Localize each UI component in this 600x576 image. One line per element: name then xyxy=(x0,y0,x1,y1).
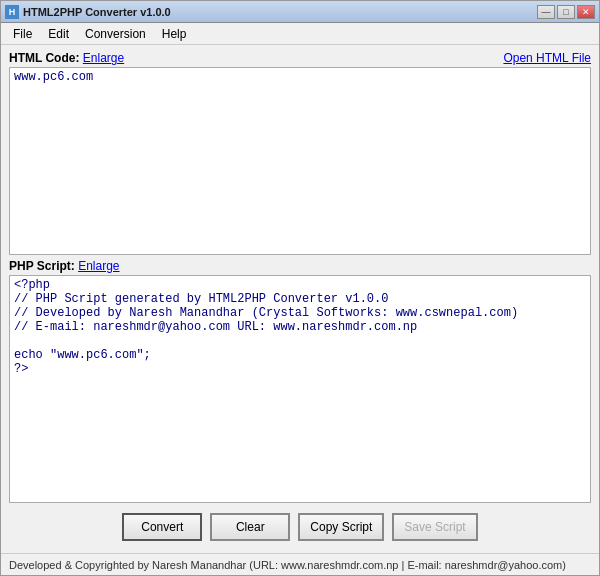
button-row: Convert Clear Copy Script Save Script xyxy=(9,507,591,547)
menu-file[interactable]: File xyxy=(5,25,40,43)
close-button[interactable]: ✕ xyxy=(577,5,595,19)
html-label-group: HTML Code: Enlarge xyxy=(9,51,124,65)
window-title: HTML2PHP Converter v1.0.0 xyxy=(23,6,171,18)
status-bar: Developed & Copyrighted by Naresh Manand… xyxy=(1,553,599,575)
clear-button[interactable]: Clear xyxy=(210,513,290,541)
php-script-textarea[interactable] xyxy=(9,275,591,503)
minimize-button[interactable]: — xyxy=(537,5,555,19)
main-content: HTML Code: Enlarge Open HTML File PHP Sc… xyxy=(1,45,599,553)
open-html-link[interactable]: Open HTML File xyxy=(503,51,591,65)
html-enlarge-link[interactable]: Enlarge xyxy=(83,51,124,65)
php-enlarge-link[interactable]: Enlarge xyxy=(78,259,119,273)
copy-script-button[interactable]: Copy Script xyxy=(298,513,384,541)
html-code-label: HTML Code: xyxy=(9,51,79,65)
save-script-button[interactable]: Save Script xyxy=(392,513,477,541)
main-window: H HTML2PHP Converter v1.0.0 — □ ✕ File E… xyxy=(0,0,600,576)
html-header: HTML Code: Enlarge Open HTML File xyxy=(9,51,591,65)
status-text: Developed & Copyrighted by Naresh Manand… xyxy=(9,559,566,571)
title-bar-left: H HTML2PHP Converter v1.0.0 xyxy=(5,5,171,19)
html-section: HTML Code: Enlarge Open HTML File xyxy=(9,51,591,255)
title-bar: H HTML2PHP Converter v1.0.0 — □ ✕ xyxy=(1,1,599,23)
php-label-group: PHP Script: Enlarge xyxy=(9,259,120,273)
menu-bar: File Edit Conversion Help xyxy=(1,23,599,45)
convert-button[interactable]: Convert xyxy=(122,513,202,541)
window-controls: — □ ✕ xyxy=(537,5,595,19)
menu-edit[interactable]: Edit xyxy=(40,25,77,43)
maximize-button[interactable]: □ xyxy=(557,5,575,19)
php-section: PHP Script: Enlarge xyxy=(9,259,591,503)
menu-conversion[interactable]: Conversion xyxy=(77,25,154,43)
php-script-label: PHP Script: xyxy=(9,259,75,273)
php-header: PHP Script: Enlarge xyxy=(9,259,591,273)
app-icon: H xyxy=(5,5,19,19)
html-code-textarea[interactable] xyxy=(9,67,591,255)
menu-help[interactable]: Help xyxy=(154,25,195,43)
